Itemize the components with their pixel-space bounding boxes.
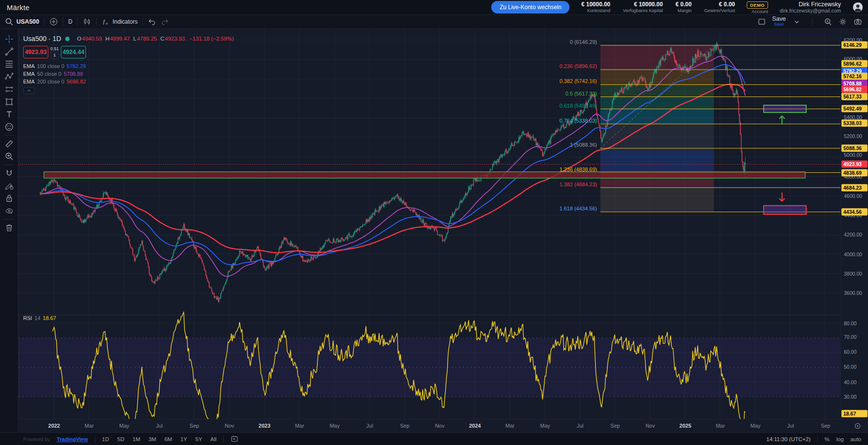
zoom-icon[interactable] (3, 150, 15, 163)
demo-badge: DEMO (747, 1, 768, 9)
range-3m[interactable]: 3M (148, 436, 156, 442)
fib-icon[interactable] (3, 58, 15, 70)
time-label-Jul: Jul (787, 423, 794, 429)
indicators-button[interactable]: Indicators (113, 18, 138, 25)
ema-name: EMA (23, 78, 35, 85)
price-tick-60.00: 60.00 (841, 348, 868, 356)
scroll-to-realtime-icon[interactable] (854, 422, 861, 430)
emoji-icon[interactable] (3, 121, 15, 133)
time-label-Nov: Nov (225, 423, 234, 429)
user-info: Dirk Friczewsky dirk.friczewsky@gmail.co… (780, 1, 841, 14)
range-all[interactable]: All (211, 436, 217, 442)
trash-icon[interactable] (3, 222, 15, 234)
svg-text:1 (5088.36): 1 (5088.36) (570, 142, 597, 148)
timeframe-button[interactable]: D (68, 18, 72, 25)
bottom-bar: Powered by TradingView 1D5D1M3M6M1Y5YAll… (0, 432, 868, 445)
account-metric-value: € 0.00 (704, 1, 735, 8)
account-metric: € 10000.00Verfügbares Kapital (623, 1, 663, 14)
time-label-Sep: Sep (190, 423, 199, 429)
trendline-icon[interactable] (3, 45, 15, 58)
switch-to-live-account-button[interactable]: Zu Live-Konto wechseln (491, 1, 569, 14)
log-scale-toggle[interactable]: log (836, 436, 843, 442)
shapes-icon[interactable] (3, 96, 15, 108)
crosshair-icon[interactable] (3, 33, 15, 45)
tradingview-link[interactable]: TradingView (57, 436, 88, 442)
percent-scale-toggle[interactable]: % (825, 436, 829, 442)
market-status-dot-icon (65, 37, 70, 41)
price-tick-70.00: 70.00 (841, 334, 868, 341)
settings-gear-icon[interactable] (839, 17, 847, 26)
bottom-divider (95, 436, 95, 443)
sell-button[interactable]: 4923.93 (23, 46, 48, 58)
price-label-5338.03: 5338.03 (841, 120, 868, 127)
ema-legend-row: EMA100 close 05782.29 (23, 62, 234, 70)
page-title: Märkte (7, 3, 29, 12)
ohlc-o: O4940.59 (77, 36, 102, 42)
price-tick-5200.00: 5200.00 (841, 133, 868, 140)
ohlc-key: O (77, 36, 82, 42)
lock-icon[interactable] (3, 192, 15, 205)
ohlc-value: 4940.59 (82, 36, 102, 42)
compare-add-icon[interactable] (49, 17, 58, 26)
projection-icon[interactable] (3, 83, 15, 96)
range-1d[interactable]: 1D (102, 436, 109, 442)
price-scale[interactable]: 6200.006000.005600.005400.005200.005000.… (840, 29, 868, 419)
drawlock-icon[interactable] (3, 180, 15, 192)
range-5d[interactable]: 5D (117, 436, 125, 442)
undo-icon[interactable] (148, 17, 157, 26)
account-metric: € 10000.00Kontostand (581, 1, 610, 14)
ohlc-values: O4940.59H4999.47L4789.25C4923.93−131.18 … (77, 36, 234, 42)
time-label-2025: 2025 (680, 423, 691, 429)
demo-badge-label: Account (747, 9, 768, 14)
buy-button[interactable]: 4924.44 (61, 46, 86, 58)
redo-icon[interactable] (160, 17, 169, 26)
svg-text:0.382 (5742.16): 0.382 (5742.16) (559, 78, 597, 84)
range-5y[interactable]: 5Y (195, 436, 202, 442)
indicators-fx-icon[interactable]: ƒx (101, 17, 110, 26)
range-1y[interactable]: 1Y (180, 436, 187, 442)
range-6m[interactable]: 6M (164, 436, 172, 442)
layout-select-icon[interactable] (757, 17, 766, 26)
ruler-icon[interactable] (3, 138, 15, 150)
text-icon[interactable] (3, 108, 15, 121)
go-to-date-icon[interactable] (230, 435, 239, 443)
drawing-toolbar (0, 29, 18, 432)
date-range-buttons: 1D5D1M3M6M1Y5YAll (102, 436, 216, 442)
price-label-4923.93: 4923.93 (841, 161, 868, 168)
symbol-title[interactable]: Usa500 · 1D (23, 35, 61, 42)
bottom-divider (223, 436, 224, 443)
snapshot-camera-icon[interactable] (854, 17, 862, 26)
toolbar-divider (77, 18, 78, 26)
search-icon[interactable] (5, 17, 14, 26)
time-label-May: May (329, 423, 340, 429)
powered-by-label: Powered by (23, 436, 50, 442)
magnet-icon[interactable] (3, 167, 15, 180)
quick-search-icon[interactable] (824, 17, 832, 26)
account-metric-value: € 10000.00 (623, 1, 663, 8)
price-tick-4200.00: 4200.00 (841, 231, 868, 238)
chart-canvas[interactable]: 0 (6146.29)0.236 (5896.62)0.382 (5742.16… (18, 29, 840, 419)
eye-icon[interactable] (3, 205, 15, 217)
save-button[interactable]: Save Save (772, 16, 786, 27)
ohlc-value: 4999.47 (110, 36, 130, 42)
svg-text:x: x (105, 21, 108, 26)
time-label-Jul: Jul (366, 423, 373, 429)
svg-text:0.618 (5492.49): 0.618 (5492.49) (559, 103, 597, 109)
auto-scale-toggle[interactable]: auto (851, 436, 861, 442)
toolbar-divider (63, 18, 63, 26)
chart-style-candles-icon[interactable] (83, 17, 91, 26)
price-label-5742.16: 5742.16 (841, 73, 868, 80)
time-axis[interactable]: 2022MarMayJulSepNov2023MarMayJulSepNov20… (18, 419, 868, 432)
symbol-search-button[interactable]: USA500 (16, 18, 39, 25)
user-name: Dirk Friczewsky (780, 1, 841, 8)
legend-collapse-icon[interactable] (23, 87, 35, 94)
rsi-legend: RSI 14 18.67 (23, 315, 56, 321)
save-menu-chevron-icon[interactable] (792, 17, 801, 26)
svg-text:1.382 (4684.23): 1.382 (4684.23) (559, 181, 597, 187)
time-label-Mar: Mar (85, 423, 94, 429)
clock-label[interactable]: 14:11:30 (UTC+2) (767, 436, 811, 442)
range-1m[interactable]: 1M (132, 436, 140, 442)
avatar-icon[interactable] (853, 2, 863, 13)
pattern-icon[interactable] (3, 70, 15, 83)
ohlc-c: C4923.93 (160, 36, 185, 42)
